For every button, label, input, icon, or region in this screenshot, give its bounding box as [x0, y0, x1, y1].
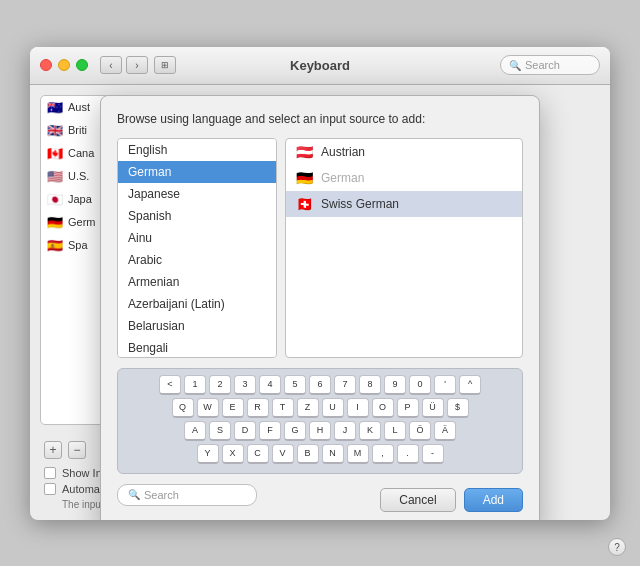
- input-austrian-label: Austrian: [321, 145, 365, 159]
- key-9[interactable]: 9: [384, 375, 406, 395]
- main-content: 🇦🇺 Aust 🇬🇧 Briti 🇨🇦 Cana 🇺🇸 U.S. 🇯🇵 Japa: [30, 85, 610, 435]
- key-6[interactable]: 6: [309, 375, 331, 395]
- lang-belarusian[interactable]: Belarusian: [118, 315, 276, 337]
- lang-english[interactable]: English: [118, 139, 276, 161]
- key-d[interactable]: D: [234, 421, 256, 441]
- traffic-lights: [40, 59, 88, 71]
- lang-armenian[interactable]: Armenian: [118, 271, 276, 293]
- language-list[interactable]: English German Japanese Spanish Ainu Ara…: [117, 138, 277, 358]
- key-0[interactable]: 0: [409, 375, 431, 395]
- keyboard-preview: < 1 2 3 4 5 6 7 8 9 0 ' ^: [117, 368, 523, 474]
- key-r[interactable]: R: [247, 398, 269, 418]
- key-ue[interactable]: Ü: [422, 398, 444, 418]
- key-k[interactable]: K: [359, 421, 381, 441]
- input-german-label: German: [321, 171, 364, 185]
- cancel-button[interactable]: Cancel: [380, 488, 455, 512]
- key-n[interactable]: N: [322, 444, 344, 464]
- key-x[interactable]: X: [222, 444, 244, 464]
- titlebar: ‹ › ⊞ Keyboard 🔍 Search: [30, 47, 610, 85]
- key-row-2: A S D F G H J K L Ö Ä: [124, 421, 516, 441]
- lang-spanish[interactable]: Spanish: [118, 205, 276, 227]
- lang-azerbaijani[interactable]: Azerbaijani (Latin): [118, 293, 276, 315]
- key-w[interactable]: W: [197, 398, 219, 418]
- key-q[interactable]: Q: [172, 398, 194, 418]
- grid-button[interactable]: ⊞: [154, 56, 176, 74]
- close-button[interactable]: [40, 59, 52, 71]
- key-1[interactable]: 1: [184, 375, 206, 395]
- key-y[interactable]: Y: [197, 444, 219, 464]
- key-dot[interactable]: .: [397, 444, 419, 464]
- key-t[interactable]: T: [272, 398, 294, 418]
- flag-de2: 🇩🇪: [296, 170, 313, 186]
- key-j[interactable]: J: [334, 421, 356, 441]
- key-ae[interactable]: Ä: [434, 421, 456, 441]
- input-german[interactable]: 🇩🇪 German: [286, 165, 522, 191]
- dialog-search-placeholder: Search: [144, 489, 179, 501]
- key-2[interactable]: 2: [209, 375, 231, 395]
- key-row-1: Q W E R T Z U I O P Ü $: [124, 398, 516, 418]
- search-icon: 🔍: [509, 60, 521, 71]
- lang-ainu[interactable]: Ainu: [118, 227, 276, 249]
- titlebar-search[interactable]: 🔍 Search: [500, 55, 600, 75]
- search-placeholder: Search: [525, 59, 560, 71]
- lang-japanese[interactable]: Japanese: [118, 183, 276, 205]
- key-l[interactable]: L: [384, 421, 406, 441]
- key-g[interactable]: G: [284, 421, 306, 441]
- key-caret[interactable]: ^: [459, 375, 481, 395]
- auto-switch-checkbox[interactable]: [44, 483, 56, 495]
- dialog-buttons: Cancel Add: [380, 488, 523, 512]
- key-i[interactable]: I: [347, 398, 369, 418]
- key-s[interactable]: S: [209, 421, 231, 441]
- key-5[interactable]: 5: [284, 375, 306, 395]
- lang-bengali[interactable]: Bengali: [118, 337, 276, 358]
- lang-german[interactable]: German: [118, 161, 276, 183]
- key-e[interactable]: E: [222, 398, 244, 418]
- key-dash[interactable]: -: [422, 444, 444, 464]
- key-z[interactable]: Z: [297, 398, 319, 418]
- nav-buttons: ‹ ›: [100, 56, 148, 74]
- window-title: Keyboard: [290, 58, 350, 73]
- key-f[interactable]: F: [259, 421, 281, 441]
- minimize-button[interactable]: [58, 59, 70, 71]
- key-row-3: Y X C V B N M , . -: [124, 444, 516, 464]
- key-dollar[interactable]: $: [447, 398, 469, 418]
- key-u[interactable]: U: [322, 398, 344, 418]
- back-button[interactable]: ‹: [100, 56, 122, 74]
- add-input-source-dialog: Browse using language and select an inpu…: [100, 95, 540, 520]
- dialog-search-icon: 🔍: [128, 489, 140, 500]
- key-a[interactable]: A: [184, 421, 206, 441]
- dialog-body: English German Japanese Spanish Ainu Ara…: [117, 138, 523, 358]
- key-oe[interactable]: Ö: [409, 421, 431, 441]
- dialog-search-box[interactable]: 🔍 Search: [117, 484, 257, 506]
- key-h[interactable]: H: [309, 421, 331, 441]
- flag-at: 🇦🇹: [296, 144, 313, 160]
- input-swiss-german[interactable]: 🇨🇭 Swiss German: [286, 191, 522, 217]
- key-apos[interactable]: ': [434, 375, 456, 395]
- add-source-button[interactable]: +: [44, 441, 62, 459]
- remove-source-button[interactable]: −: [68, 441, 86, 459]
- key-row-0: < 1 2 3 4 5 6 7 8 9 0 ' ^: [124, 375, 516, 395]
- key-8[interactable]: 8: [359, 375, 381, 395]
- key-7[interactable]: 7: [334, 375, 356, 395]
- add-button[interactable]: Add: [464, 488, 523, 512]
- main-window: ‹ › ⊞ Keyboard 🔍 Search 🇦🇺 Aust 🇬🇧 Briti…: [30, 47, 610, 520]
- key-lt[interactable]: <: [159, 375, 181, 395]
- key-o[interactable]: O: [372, 398, 394, 418]
- show-menu-checkbox[interactable]: [44, 467, 56, 479]
- key-p[interactable]: P: [397, 398, 419, 418]
- dialog-title: Browse using language and select an inpu…: [117, 112, 523, 126]
- key-4[interactable]: 4: [259, 375, 281, 395]
- input-austrian[interactable]: 🇦🇹 Austrian: [286, 139, 522, 165]
- key-c[interactable]: C: [247, 444, 269, 464]
- dialog-overlay: Browse using language and select an inpu…: [30, 85, 610, 435]
- key-3[interactable]: 3: [234, 375, 256, 395]
- key-m[interactable]: M: [347, 444, 369, 464]
- input-swiss-german-label: Swiss German: [321, 197, 399, 211]
- key-comma[interactable]: ,: [372, 444, 394, 464]
- maximize-button[interactable]: [76, 59, 88, 71]
- key-b[interactable]: B: [297, 444, 319, 464]
- lang-arabic[interactable]: Arabic: [118, 249, 276, 271]
- key-v[interactable]: V: [272, 444, 294, 464]
- input-source-list[interactable]: 🇦🇹 Austrian 🇩🇪 German 🇨🇭 Swiss German: [285, 138, 523, 358]
- forward-button[interactable]: ›: [126, 56, 148, 74]
